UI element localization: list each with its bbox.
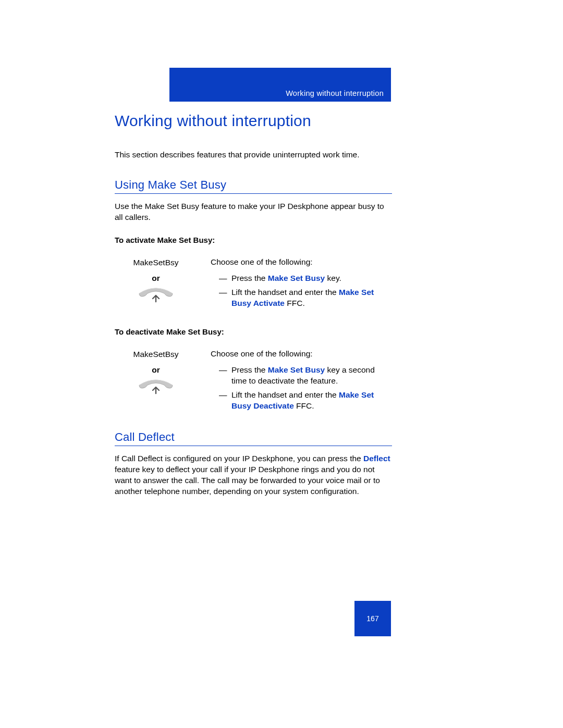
intro-paragraph: This section describes features that pro… [115, 150, 392, 161]
header-bar: Working without interruption [169, 68, 391, 102]
make-set-busy-intro: Use the Make Set Busy feature to make yo… [115, 201, 392, 223]
procedure-activate: MakeSetBsy or Choose one of the followin… [115, 257, 392, 312]
bullet-text: Press the Make Set Busy key a second tim… [231, 365, 392, 387]
dash-icon: — [219, 390, 231, 412]
dash-icon: — [219, 287, 231, 309]
keyword: Make Set Busy [268, 365, 325, 374]
page-number-box: 167 [354, 601, 391, 636]
keyword: Make Set Busy [268, 274, 325, 282]
or-label: or [115, 274, 197, 283]
or-label: or [115, 365, 197, 375]
bullet-text: Lift the handset and enter the Make Set … [231, 390, 392, 412]
section-heading-make-set-busy: Using Make Set Busy [115, 178, 392, 194]
call-deflect-paragraph: If Call Deflect is configured on your IP… [115, 453, 392, 497]
section-heading-call-deflect: Call Deflect [115, 430, 392, 446]
bullet-item: — Lift the handset and enter the Make Se… [211, 287, 392, 309]
softkey-label: MakeSetBsy [115, 350, 197, 359]
lift-handset-icon [137, 286, 175, 301]
dash-icon: — [219, 365, 231, 387]
procedure-title-activate: To activate Make Set Busy: [115, 236, 392, 244]
procedure-left-activate: MakeSetBsy or [115, 257, 197, 312]
softkey-label: MakeSetBsy [115, 258, 197, 267]
procedure-right-deactivate: Choose one of the following: — Press the… [211, 349, 392, 415]
bullet-item: — Press the Make Set Busy key. [211, 273, 392, 284]
procedure-title-deactivate: To deactivate Make Set Busy: [115, 327, 392, 336]
bullet-text: Lift the handset and enter the Make Set … [231, 287, 392, 309]
document-page: Working without interruption Working wit… [0, 0, 563, 728]
lift-handset-icon [137, 378, 175, 392]
running-title: Working without interruption [286, 89, 384, 97]
choose-lead: Choose one of the following: [211, 349, 392, 360]
page-number: 167 [366, 614, 378, 623]
page-title: Working without interruption [115, 112, 392, 130]
dash-icon: — [219, 273, 231, 284]
procedure-right-activate: Choose one of the following: — Press the… [211, 257, 392, 312]
bullet-item: — Press the Make Set Busy key a second t… [211, 365, 392, 387]
choose-lead: Choose one of the following: [211, 257, 392, 268]
keyword: Deflect [363, 454, 390, 463]
bullet-item: — Lift the handset and enter the Make Se… [211, 390, 392, 412]
procedure-left-deactivate: MakeSetBsy or [115, 349, 197, 415]
procedure-deactivate: MakeSetBsy or Choose one of the followin… [115, 349, 392, 415]
page-content: Working without interruption This sectio… [115, 112, 392, 510]
bullet-text: Press the Make Set Busy key. [231, 273, 392, 284]
